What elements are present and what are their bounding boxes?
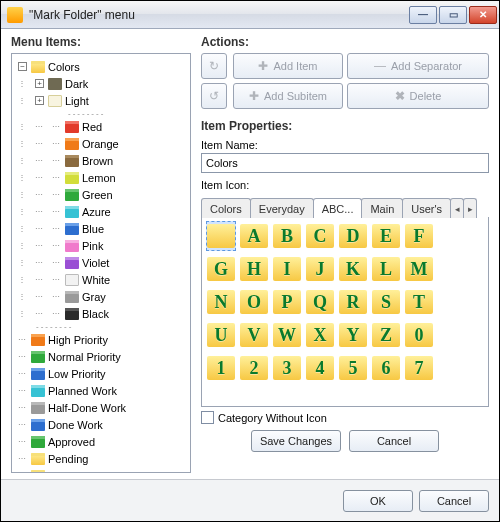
icon-letter-C[interactable]: C <box>305 221 335 251</box>
close-button[interactable]: ✕ <box>469 6 497 24</box>
folder-icon: 5 <box>339 356 367 380</box>
icon-letter-L[interactable]: L <box>371 254 401 284</box>
icon-letter-E[interactable]: E <box>371 221 401 251</box>
icon-letter-D[interactable]: D <box>338 221 368 251</box>
icon-letter-V[interactable]: V <box>239 320 269 350</box>
tree-item-color[interactable]: ⋮⋯⋯Brown <box>14 152 188 169</box>
folder-icon: N <box>207 290 235 314</box>
ok-button[interactable]: OK <box>343 490 413 512</box>
expand-icon[interactable]: + <box>35 96 44 105</box>
icon-letter-B[interactable]: B <box>272 221 302 251</box>
icon-letter-1[interactable]: 1 <box>206 353 236 383</box>
folder-icon <box>31 402 45 414</box>
tree-label: Rejected <box>48 470 91 474</box>
letter-glyph: S <box>381 292 391 313</box>
icon-letter-P[interactable]: P <box>272 287 302 317</box>
tab-scroll-left[interactable]: ◂ <box>450 198 464 218</box>
tree-item-color[interactable]: ⋮⋯⋯Green <box>14 186 188 203</box>
letter-glyph: M <box>411 259 428 280</box>
tree-item-color[interactable]: ⋮⋯⋯Azure <box>14 203 188 220</box>
tree-item-color[interactable]: ⋮⋯⋯Black <box>14 305 188 322</box>
save-changes-button[interactable]: Save Changes <box>251 430 341 452</box>
category-without-icon-checkbox[interactable] <box>201 411 214 424</box>
tab-scroll-right[interactable]: ▸ <box>463 198 477 218</box>
icon-letter-3[interactable]: 3 <box>272 353 302 383</box>
icon-letter-6[interactable]: 6 <box>371 353 401 383</box>
icon-letter-G[interactable]: G <box>206 254 236 284</box>
icon-letter-Z[interactable]: Z <box>371 320 401 350</box>
add-item-button[interactable]: ✚Add Item <box>233 53 343 79</box>
letter-glyph: Z <box>380 325 392 346</box>
tree-item-extra[interactable]: ⋯Pending <box>14 450 188 467</box>
icon-letter-Q[interactable]: Q <box>305 287 335 317</box>
icon-letter-T[interactable]: T <box>404 287 434 317</box>
icon-plain-folder[interactable] <box>206 221 236 251</box>
folder-icon <box>65 274 79 286</box>
tree-item-extra[interactable]: ⋯Normal Priority <box>14 348 188 365</box>
tree-item-extra[interactable]: ⋯Approved <box>14 433 188 450</box>
tree-label: Gray <box>82 291 106 303</box>
icon-letter-R[interactable]: R <box>338 287 368 317</box>
icon-letter-J[interactable]: J <box>305 254 335 284</box>
icon-letter-H[interactable]: H <box>239 254 269 284</box>
tree-item-color[interactable]: ⋮⋯⋯Lemon <box>14 169 188 186</box>
tree-item-dark[interactable]: ⋮ + Dark <box>14 75 188 92</box>
footer-cancel-button[interactable]: Cancel <box>419 490 489 512</box>
titlebar: "Mark Folder" menu — ▭ ✕ <box>1 1 499 29</box>
add-subitem-button[interactable]: ✚Add Subitem <box>233 83 343 109</box>
tree-item-color[interactable]: ⋮⋯⋯Blue <box>14 220 188 237</box>
letter-glyph: X <box>314 325 327 346</box>
move-down-button[interactable]: ↺ <box>201 83 227 109</box>
tab-main[interactable]: Main <box>361 198 403 218</box>
icon-letter-5[interactable]: 5 <box>338 353 368 383</box>
icon-letter-M[interactable]: M <box>404 254 434 284</box>
tab-colors[interactable]: Colors <box>201 198 251 218</box>
tree-item-color[interactable]: ⋮⋯⋯Pink <box>14 237 188 254</box>
tab-everyday[interactable]: Everyday <box>250 198 314 218</box>
menu-items-tree[interactable]: − Colors ⋮ + Dark ⋮ + Light -------- ⋮⋯⋯… <box>11 53 191 473</box>
folder-icon: H <box>240 257 268 281</box>
expand-icon[interactable]: − <box>18 62 27 71</box>
tree-item-extra[interactable]: ⋯Rejected <box>14 467 188 473</box>
icon-letter-4[interactable]: 4 <box>305 353 335 383</box>
icon-picker[interactable]: ABCDEFGHIJKLMNOPQRSTUVWXYZ01234567 <box>201 217 489 407</box>
tree-item-light[interactable]: ⋮ + Light <box>14 92 188 109</box>
move-up-button[interactable]: ↻ <box>201 53 227 79</box>
delete-button[interactable]: ✖Delete <box>347 83 489 109</box>
icon-letter-N[interactable]: N <box>206 287 236 317</box>
minimize-button[interactable]: — <box>409 6 437 24</box>
item-name-input[interactable] <box>201 153 489 173</box>
tab-users[interactable]: User's <box>402 198 451 218</box>
icon-letter-U[interactable]: U <box>206 320 236 350</box>
tree-item-color[interactable]: ⋮⋯⋯Violet <box>14 254 188 271</box>
tree-item-color[interactable]: ⋮⋯⋯Red <box>14 118 188 135</box>
maximize-button[interactable]: ▭ <box>439 6 467 24</box>
icon-letter-X[interactable]: X <box>305 320 335 350</box>
props-cancel-button[interactable]: Cancel <box>349 430 439 452</box>
icon-letter-I[interactable]: I <box>272 254 302 284</box>
tree-item-extra[interactable]: ⋯Half-Done Work <box>14 399 188 416</box>
icon-letter-Y[interactable]: Y <box>338 320 368 350</box>
tree-item-color[interactable]: ⋮⋯⋯White <box>14 271 188 288</box>
icon-letter-0[interactable]: 0 <box>404 320 434 350</box>
tree-item-extra[interactable]: ⋯Done Work <box>14 416 188 433</box>
tree-item-extra[interactable]: ⋯Planned Work <box>14 382 188 399</box>
icon-letter-A[interactable]: A <box>239 221 269 251</box>
icon-letter-2[interactable]: 2 <box>239 353 269 383</box>
tree-item-color[interactable]: ⋮⋯⋯Gray <box>14 288 188 305</box>
icon-letter-K[interactable]: K <box>338 254 368 284</box>
icon-letter-F[interactable]: F <box>404 221 434 251</box>
tree-item-colors[interactable]: − Colors <box>14 58 188 75</box>
icon-letter-W[interactable]: W <box>272 320 302 350</box>
tree-item-color[interactable]: ⋮⋯⋯Orange <box>14 135 188 152</box>
expand-icon[interactable]: + <box>35 79 44 88</box>
tree-item-extra[interactable]: ⋯Low Priority <box>14 365 188 382</box>
tree-item-extra[interactable]: ⋯High Priority <box>14 331 188 348</box>
folder-icon: S <box>372 290 400 314</box>
icon-letter-S[interactable]: S <box>371 287 401 317</box>
icon-letter-O[interactable]: O <box>239 287 269 317</box>
add-separator-button[interactable]: —Add Separator <box>347 53 489 79</box>
tab-abc[interactable]: ABC... <box>313 198 363 218</box>
tree-label: Red <box>82 121 102 133</box>
icon-letter-7[interactable]: 7 <box>404 353 434 383</box>
